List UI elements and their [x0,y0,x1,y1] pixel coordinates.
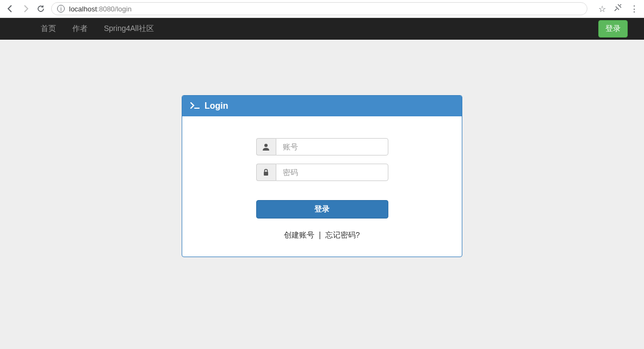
lock-icon [256,164,276,181]
links-row: 创建账号 | 忘记密码? [190,230,454,240]
navbar-login-button[interactable]: 登录 [598,20,628,38]
nav-link-community[interactable]: Spring4All社区 [104,24,154,34]
forward-button[interactable] [21,4,30,14]
password-input[interactable] [276,164,388,181]
info-icon: i [57,5,65,13]
username-input[interactable] [276,138,388,155]
navbar: 首页 作者 Spring4All社区 登录 [0,18,644,40]
svg-rect-1 [264,172,268,176]
panel-title: Login [205,101,228,111]
submit-button[interactable]: 登录 [256,200,388,219]
user-icon [256,138,276,155]
create-account-link[interactable]: 创建账号 [284,230,314,239]
terminal-icon [190,102,200,110]
extension-icon[interactable] [614,3,622,14]
menu-icon[interactable]: ⋮ [630,4,639,14]
back-button[interactable] [5,4,15,14]
star-icon[interactable]: ☆ [598,4,606,14]
nav-link-author[interactable]: 作者 [72,24,88,34]
url-text: localhost:8080/login [69,5,132,13]
address-bar[interactable]: i localhost:8080/login [51,2,587,15]
nav-link-home[interactable]: 首页 [41,24,56,34]
login-panel: Login [182,95,462,257]
forgot-password-link[interactable]: 忘记密码? [325,230,360,239]
svg-point-0 [264,144,268,147]
browser-toolbar: i localhost:8080/login ☆ ⋮ [0,0,644,18]
divider: | [319,230,321,239]
reload-button[interactable] [36,4,46,14]
panel-heading: Login [182,96,462,116]
